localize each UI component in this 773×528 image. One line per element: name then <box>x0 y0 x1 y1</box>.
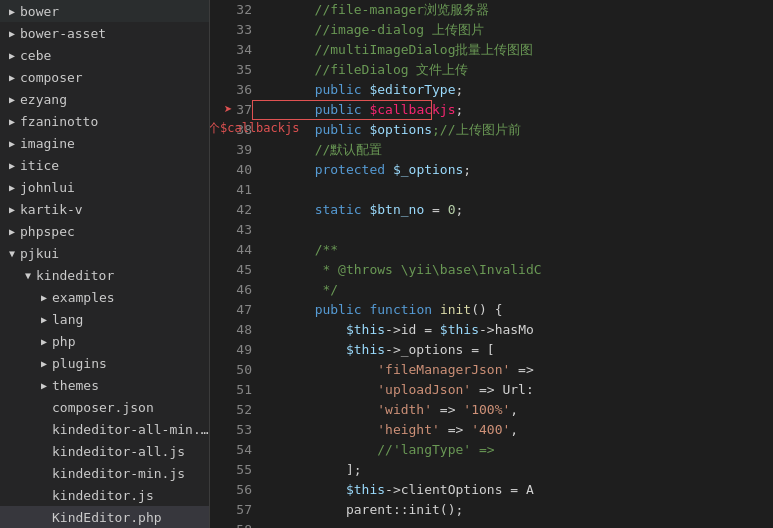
line-number: 58 <box>210 520 252 528</box>
tree-arrow: ▶ <box>4 28 20 39</box>
code-line: 44 /** <box>210 240 773 260</box>
line-code: $this->clientOptions = A <box>252 480 773 500</box>
line-number: 32 <box>210 0 252 20</box>
tree-label: bower-asset <box>20 26 209 41</box>
line-number: 47 <box>210 300 252 320</box>
code-line: 55 ]; <box>210 460 773 480</box>
tree-label: kindeditor-all.js <box>52 444 209 459</box>
tree-item-imagine[interactable]: ▶imagine <box>0 132 209 154</box>
line-number: 53 <box>210 420 252 440</box>
tree-label: cebe <box>20 48 209 63</box>
tree-label: plugins <box>52 356 209 371</box>
tree-arrow: ▼ <box>4 248 20 259</box>
tree-item-kindeditor-js[interactable]: kindeditor.js <box>0 484 209 506</box>
tree-label: themes <box>52 378 209 393</box>
tree-item-kindeditor-all-min-js[interactable]: kindeditor-all-min.js <box>0 418 209 440</box>
tree-arrow: ▶ <box>36 292 52 303</box>
line-code: //file-manager浏览服务器 <box>252 0 773 20</box>
code-line: 32 //file-manager浏览服务器 <box>210 0 773 20</box>
line-code: /** <box>252 240 773 260</box>
code-line: 56 $this->clientOptions = A <box>210 480 773 500</box>
line-number: 57 <box>210 500 252 520</box>
tree-item-plugins[interactable]: ▶plugins <box>0 352 209 374</box>
line-code: 'fileManagerJson' => <box>252 360 773 380</box>
tree-item-themes[interactable]: ▶themes <box>0 374 209 396</box>
tree-item-composer[interactable]: ▶composer <box>0 66 209 88</box>
line-code: //默认配置 <box>252 140 773 160</box>
tree-item-examples[interactable]: ▶examples <box>0 286 209 308</box>
tree-arrow: ▶ <box>36 358 52 369</box>
tree-item-kartik-v[interactable]: ▶kartik-v <box>0 198 209 220</box>
tree-item-bower[interactable]: ▶bower <box>0 0 209 22</box>
code-line: 43 <box>210 220 773 240</box>
tree-item-composer-json[interactable]: composer.json <box>0 396 209 418</box>
file-tree[interactable]: ▶bower▶bower-asset▶cebe▶composer▶ezyang▶… <box>0 0 210 528</box>
tree-label: kindeditor <box>36 268 209 283</box>
tree-item-kindeditor-all-js[interactable]: kindeditor-all.js <box>0 440 209 462</box>
line-code <box>252 220 773 240</box>
line-code: 'height' => '400', <box>252 420 773 440</box>
tree-label: lang <box>52 312 209 327</box>
line-code: ]; <box>252 460 773 480</box>
tree-item-itice[interactable]: ▶itice <box>0 154 209 176</box>
line-code: public $options;//上传图片前 <box>252 120 773 140</box>
tree-item-KindEditor-php[interactable]: KindEditor.php <box>0 506 209 528</box>
tree-label: composer.json <box>52 400 209 415</box>
tree-item-cebe[interactable]: ▶cebe <box>0 44 209 66</box>
code-line: 54 //'langType' => <box>210 440 773 460</box>
line-code: //image-dialog 上传图片 <box>252 20 773 40</box>
code-line: 42 static $btn_no = 0; <box>210 200 773 220</box>
line-code: public function init() { <box>252 300 773 320</box>
line-number: 51 <box>210 380 252 400</box>
tree-item-fzaninotto[interactable]: ▶fzaninotto <box>0 110 209 132</box>
line-code: static $btn_no = 0; <box>252 200 773 220</box>
tree-arrow: ▶ <box>4 204 20 215</box>
tree-item-phpspec[interactable]: ▶phpspec <box>0 220 209 242</box>
line-code: public $editorType; <box>252 80 773 100</box>
tree-item-kindeditor-min-js[interactable]: kindeditor-min.js <box>0 462 209 484</box>
tree-label: examples <box>52 290 209 305</box>
line-code: $this->_options = [ <box>252 340 773 360</box>
line-number: 50 <box>210 360 252 380</box>
tree-label: bower <box>20 4 209 19</box>
line-number: 40 <box>210 160 252 180</box>
tree-label: imagine <box>20 136 209 151</box>
tree-item-ezyang[interactable]: ▶ezyang <box>0 88 209 110</box>
code-line: 41 <box>210 180 773 200</box>
tree-label: pjkui <box>20 246 209 261</box>
tree-item-php[interactable]: ▶php <box>0 330 209 352</box>
line-number: 36 <box>210 80 252 100</box>
line-number: 46 <box>210 280 252 300</box>
code-line: 47 public function init() { <box>210 300 773 320</box>
line-number: 35 <box>210 60 252 80</box>
line-number: 55 <box>210 460 252 480</box>
tree-arrow: ▶ <box>36 380 52 391</box>
tree-item-kindeditor[interactable]: ▼kindeditor <box>0 264 209 286</box>
line-code: public $callbackjs; <box>252 100 773 120</box>
line-number: 37 <box>210 100 252 120</box>
tree-arrow: ▶ <box>4 116 20 127</box>
line-code: //fileDialog 文件上传 <box>252 60 773 80</box>
tree-arrow: ▶ <box>36 314 52 325</box>
tree-item-lang[interactable]: ▶lang <box>0 308 209 330</box>
code-line: 38 public $options;//上传图片前 <box>210 120 773 140</box>
tree-item-pjkui[interactable]: ▼pjkui <box>0 242 209 264</box>
tree-arrow: ▶ <box>4 6 20 17</box>
line-number: 39 <box>210 140 252 160</box>
line-number: 44 <box>210 240 252 260</box>
line-number: 45 <box>210 260 252 280</box>
code-line: 58 <box>210 520 773 528</box>
tree-arrow: ▶ <box>4 160 20 171</box>
line-code: //multiImageDialog批量上传图图 <box>252 40 773 60</box>
line-number: 33 <box>210 20 252 40</box>
code-line: 36 public $editorType; <box>210 80 773 100</box>
code-line: 40 protected $_options; <box>210 160 773 180</box>
tree-item-bower-asset[interactable]: ▶bower-asset <box>0 22 209 44</box>
code-line: 35 //fileDialog 文件上传 <box>210 60 773 80</box>
tree-arrow: ▶ <box>4 226 20 237</box>
code-line: 53 'height' => '400', <box>210 420 773 440</box>
tree-arrow: ▶ <box>36 336 52 347</box>
code-line: 34 //multiImageDialog批量上传图图 <box>210 40 773 60</box>
tree-item-johnlui[interactable]: ▶johnlui <box>0 176 209 198</box>
tree-arrow: ▶ <box>4 94 20 105</box>
